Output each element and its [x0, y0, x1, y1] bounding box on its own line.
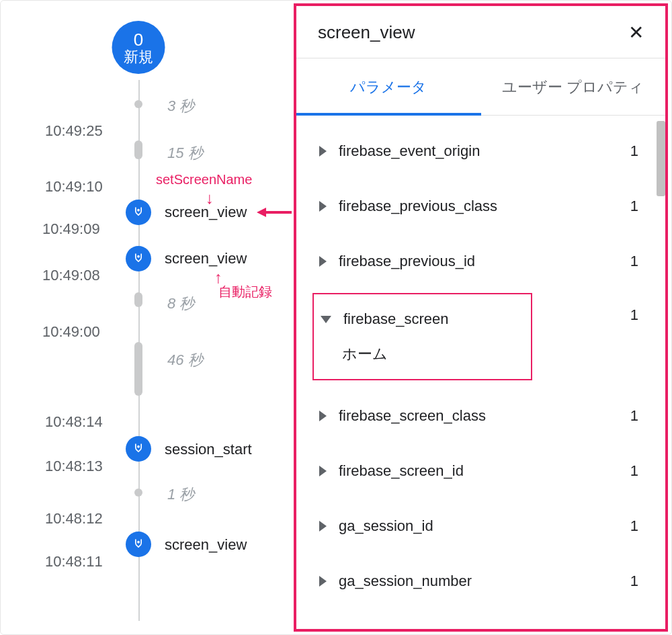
parameter-name: firebase_previous_id: [339, 253, 630, 270]
caret-right-icon: [319, 521, 327, 532]
timeline-gap-marker: [134, 292, 142, 307]
parameter-row[interactable]: firebase_previous_id 1: [312, 234, 645, 289]
parameter-list: firebase_event_origin 1 firebase_previou…: [296, 116, 665, 609]
annotation-autolog: 自動記録: [218, 283, 272, 301]
duration-label: 3 秒: [167, 96, 194, 116]
timestamp: 10:49:25: [45, 122, 103, 140]
event-marker-icon[interactable]: [126, 532, 151, 557]
badge-label: 新規: [124, 50, 153, 65]
new-session-badge: 0 新規: [112, 21, 165, 74]
timeline-gap-marker: [134, 489, 142, 497]
event-marker-icon[interactable]: [126, 436, 151, 462]
parameter-name: firebase_screen_class: [339, 407, 630, 425]
parameter-row[interactable]: firebase_screen_class 1: [312, 388, 645, 443]
parameter-row-expanded[interactable]: firebase_screen ホーム: [312, 293, 532, 380]
event-label[interactable]: screen_view: [165, 250, 247, 267]
parameter-count: 1: [630, 142, 638, 160]
event-label[interactable]: screen_view: [165, 536, 247, 554]
duration-label: 46 秒: [167, 350, 203, 370]
close-icon[interactable]: ✕: [626, 24, 645, 42]
tab-user-properties[interactable]: ユーザー プロパティ: [481, 58, 666, 115]
parameter-row[interactable]: firebase_previous_class 1: [312, 179, 645, 234]
event-marker-icon[interactable]: [126, 246, 151, 271]
event-detail-panel: screen_view ✕ パラメータ ユーザー プロパティ firebase_…: [294, 3, 668, 632]
parameter-count: 1: [630, 517, 638, 535]
panel-tabs: パラメータ ユーザー プロパティ: [296, 58, 665, 116]
panel-title: screen_view: [318, 22, 415, 43]
caret-right-icon: [319, 411, 327, 421]
timestamp: 10:49:10: [45, 178, 103, 196]
caret-down-icon: [321, 316, 331, 323]
pointer-arrow-icon: [257, 206, 292, 218]
timestamp: 10:48:12: [45, 510, 103, 527]
tab-parameters[interactable]: パラメータ: [296, 58, 481, 115]
scrollbar-thumb[interactable]: [657, 121, 665, 196]
panel-body: firebase_event_origin 1 firebase_previou…: [296, 116, 665, 616]
panel-header: screen_view ✕: [296, 6, 665, 58]
duration-label: 1 秒: [167, 484, 194, 505]
badge-count: 0: [134, 31, 143, 48]
svg-point-3: [137, 255, 140, 258]
parameter-row[interactable]: firebase_screen_id 1: [312, 443, 645, 499]
event-label[interactable]: screen_view: [165, 204, 247, 221]
timestamp: 10:48:11: [45, 553, 103, 570]
parameter-count: 1: [630, 407, 638, 425]
timestamp: 10:49:08: [42, 267, 100, 284]
parameter-name: firebase_screen_id: [339, 462, 630, 480]
event-label[interactable]: session_start: [165, 441, 252, 458]
parameter-name: firebase_previous_class: [339, 198, 630, 215]
timestamp: 10:48:14: [45, 413, 103, 431]
timestamp: 10:49:09: [42, 220, 100, 238]
parameter-row[interactable]: ga_session_number 1: [312, 554, 645, 609]
timeline: 0 新規 3 秒 10:49:25 15 秒 10:49:10 setScree…: [1, 1, 290, 634]
parameter-name: ga_session_number: [339, 573, 630, 590]
parameter-count: 1: [630, 306, 638, 323]
timestamp: 10:49:00: [42, 323, 100, 341]
duration-label: 8 秒: [167, 294, 194, 314]
svg-point-4: [137, 446, 140, 448]
parameter-count: 1: [630, 253, 638, 270]
duration-label: 15 秒: [167, 143, 203, 163]
parameter-row[interactable]: firebase_event_origin 1: [312, 124, 645, 179]
parameter-count: 1: [630, 573, 638, 590]
caret-right-icon: [319, 201, 327, 212]
parameter-count: 1: [630, 198, 638, 215]
parameter-value: ホーム: [314, 337, 531, 379]
svg-point-5: [137, 541, 140, 544]
timeline-gap-marker: [134, 140, 142, 159]
caret-right-icon: [319, 146, 327, 157]
timeline-gap-marker: [134, 100, 142, 108]
caret-right-icon: [319, 256, 327, 267]
event-marker-icon[interactable]: [126, 200, 151, 225]
caret-right-icon: [319, 576, 327, 587]
annotation-setscreenname: setScreenName: [156, 172, 252, 187]
timestamp: 10:48:13: [45, 458, 103, 475]
timeline-gap-marker: [134, 342, 142, 396]
parameter-name: firebase_screen: [343, 310, 524, 328]
svg-point-0: [137, 209, 140, 212]
parameter-count: 1: [630, 462, 638, 480]
caret-right-icon: [319, 466, 327, 476]
parameter-name: ga_session_id: [339, 517, 630, 535]
svg-marker-2: [257, 208, 266, 217]
parameter-row[interactable]: ga_session_id 1: [312, 499, 645, 554]
parameter-name: firebase_event_origin: [339, 142, 630, 160]
